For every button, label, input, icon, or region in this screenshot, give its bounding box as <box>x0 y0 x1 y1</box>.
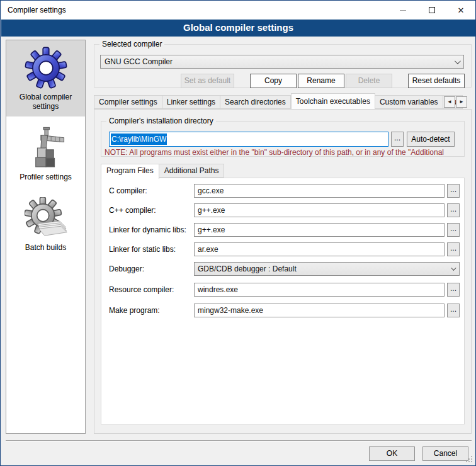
title-bar[interactable]: Compiler settings ✕ <box>1 1 475 20</box>
dynamic-linker-row: Linker for dynamic libs: g++.exe ... <box>101 223 464 238</box>
dynamic-linker-browse-button[interactable]: ... <box>447 223 460 237</box>
sidebar-item-label: Global compiler settings <box>6 93 85 111</box>
copy-button[interactable]: Copy <box>250 74 297 88</box>
static-linker-label: Linker for static libs: <box>109 245 176 254</box>
installation-directory-input[interactable]: C:\raylib\MinGW <box>109 132 388 147</box>
sidebar-item-label: Profiler settings <box>6 173 85 182</box>
ellipsis-icon: ... <box>450 205 456 213</box>
cpp-compiler-label: C++ compiler: <box>109 206 156 215</box>
tab-linker-settings[interactable]: Linker settings <box>162 95 220 109</box>
tab-scroll-right-button[interactable]: ► <box>456 96 467 108</box>
cpp-compiler-row: C++ compiler: g++.exe ... <box>101 203 464 219</box>
ellipsis-icon: ... <box>450 305 456 314</box>
sidebar-item-global-compiler-settings[interactable]: Global compiler settings <box>6 40 85 116</box>
close-button[interactable]: ✕ <box>446 1 475 20</box>
tab-program-files[interactable]: Program Files <box>101 164 159 179</box>
compiler-select-value: GNU GCC Compiler <box>105 57 173 66</box>
tab-compiler-settings[interactable]: Compiler settings <box>94 95 162 109</box>
c-compiler-row: C compiler: gcc.exe ... <box>101 184 464 199</box>
close-icon: ✕ <box>458 6 465 14</box>
arrow-right-icon: ► <box>459 99 464 105</box>
minimize-button[interactable] <box>388 1 417 20</box>
tab-additional-paths[interactable]: Additional Paths <box>159 164 225 178</box>
static-linker-row: Linker for static libs: ar.exe ... <box>101 242 464 258</box>
bin-directory-note: NOTE: All programs must exist either in … <box>105 148 473 157</box>
selected-compiler-group-label: Selected compiler <box>99 40 164 48</box>
resource-compiler-input[interactable]: windres.exe <box>194 283 445 297</box>
dynamic-linker-input[interactable]: g++.exe <box>194 223 445 237</box>
make-program-browse-button[interactable]: ... <box>447 304 460 317</box>
maximize-icon <box>429 7 435 13</box>
c-compiler-input[interactable]: gcc.exe <box>194 184 445 198</box>
sidebar-item-batch-builds[interactable]: Batch builds <box>6 191 85 258</box>
resource-compiler-label: Resource compiler: <box>109 285 174 294</box>
delete-button[interactable]: Delete <box>346 74 392 88</box>
ok-button[interactable]: OK <box>369 446 415 461</box>
rename-button[interactable]: Rename <box>298 74 344 88</box>
chevron-down-icon <box>451 265 456 270</box>
selected-compiler-group: Selected compiler GNU GCC Compiler Set a… <box>94 44 472 88</box>
debugger-row: Debugger: GDB/CDB debugger : Default <box>101 262 464 277</box>
c-compiler-browse-button[interactable]: ... <box>447 184 460 198</box>
caliper-icon <box>25 127 67 169</box>
tab-search-directories[interactable]: Search directories <box>220 95 291 109</box>
set-as-default-button[interactable]: Set as default <box>181 74 234 88</box>
blue-gear-icon <box>25 47 67 89</box>
cpp-compiler-input[interactable]: g++.exe <box>194 203 445 217</box>
ellipsis-icon: ... <box>394 134 400 142</box>
tab-custom-variables[interactable]: Custom variables <box>375 95 443 109</box>
debugger-label: Debugger: <box>109 264 144 273</box>
installation-directory-group-label: Compiler's installation directory <box>106 116 216 125</box>
auto-detect-button[interactable]: Auto-detect <box>407 132 455 147</box>
settings-tab-strip: Compiler settingsLinker settingsSearch d… <box>94 95 472 110</box>
tab-toolchain-executables[interactable]: Toolchain executables <box>291 93 375 109</box>
resource-compiler-row: Resource compiler: windres.exe ... <box>101 283 464 298</box>
program-files-tab-strip: Program FilesAdditional Paths <box>101 164 224 179</box>
program-files-page: C compiler: gcc.exe ... C++ compiler: g+… <box>101 178 465 424</box>
cpp-compiler-browse-button[interactable]: ... <box>447 203 460 217</box>
settings-category-list: Global compiler settings Profil <box>6 40 86 434</box>
resource-compiler-browse-button[interactable]: ... <box>447 283 460 297</box>
c-compiler-label: C compiler: <box>109 186 147 195</box>
reset-defaults-button[interactable]: Reset defaults <box>408 74 465 88</box>
ellipsis-icon: ... <box>450 185 456 194</box>
installation-directory-value: C:\raylib\MinGW <box>111 134 167 145</box>
toolchain-executables-page: Compiler's installation directory C:\ray… <box>94 109 472 434</box>
ellipsis-icon: ... <box>450 284 456 293</box>
chevron-down-icon <box>455 58 461 64</box>
resize-grip[interactable] <box>465 455 473 463</box>
maximize-button[interactable] <box>417 1 446 20</box>
make-program-input[interactable]: mingw32-make.exe <box>194 304 445 317</box>
gray-gear-stack-icon <box>25 197 67 240</box>
ellipsis-icon: ... <box>450 224 456 233</box>
ellipsis-icon: ... <box>450 244 456 253</box>
debugger-select[interactable]: GDB/CDB debugger : Default <box>194 262 460 276</box>
cancel-button[interactable]: Cancel <box>422 446 468 461</box>
make-program-label: Make program: <box>109 306 160 315</box>
installation-directory-group: Compiler's installation directory C:\ray… <box>101 121 465 157</box>
sidebar-item-label: Batch builds <box>6 243 85 253</box>
static-linker-input[interactable]: ar.exe <box>194 242 445 256</box>
browse-directory-button[interactable]: ... <box>391 132 404 147</box>
make-program-row: Make program: mingw32-make.exe ... <box>101 304 464 319</box>
sidebar-item-profiler-settings[interactable]: Profiler settings <box>6 120 85 187</box>
footer-divider <box>6 440 472 441</box>
minimize-icon <box>400 10 406 11</box>
page-title: Global compiler settings <box>1 20 475 37</box>
dynamic-linker-label: Linker for dynamic libs: <box>109 225 186 234</box>
arrow-left-icon: ◄ <box>447 99 452 105</box>
static-linker-browse-button[interactable]: ... <box>447 242 460 256</box>
compiler-settings-dialog: Compiler settings ✕ Global compiler sett… <box>0 0 476 466</box>
compiler-select[interactable]: GNU GCC Compiler <box>100 55 464 69</box>
debugger-select-value: GDB/CDB debugger : Default <box>198 264 297 273</box>
window-title: Compiler settings <box>8 6 66 14</box>
tab-scroll-left-button[interactable]: ◄ <box>444 96 455 108</box>
caption-buttons: ✕ <box>388 1 475 20</box>
